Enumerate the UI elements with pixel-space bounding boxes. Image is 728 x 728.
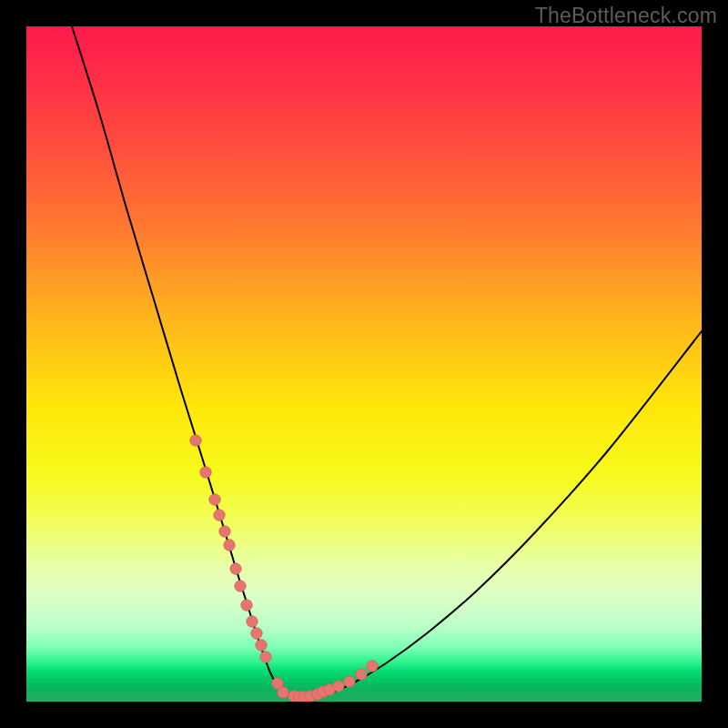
highlight-dots: [190, 435, 378, 702]
highlight-dot: [209, 494, 220, 505]
chart-stage: TheBottleneck.com: [0, 0, 728, 728]
highlight-dot: [224, 540, 235, 551]
highlight-dot: [200, 467, 211, 478]
highlight-dot: [251, 628, 262, 639]
highlight-dot: [219, 526, 230, 537]
highlight-dot: [214, 510, 225, 521]
highlight-dot: [367, 661, 378, 672]
highlight-dot: [235, 581, 246, 592]
bottleneck-curve: [72, 26, 702, 698]
watermark-text: TheBottleneck.com: [535, 4, 717, 28]
highlight-dot: [356, 669, 367, 680]
highlight-dot: [241, 600, 252, 611]
plot-area: [26, 26, 702, 702]
highlight-dot: [230, 563, 241, 574]
highlight-dot: [333, 681, 344, 692]
highlight-dot: [190, 435, 201, 446]
highlight-dot: [344, 676, 355, 687]
highlight-dot: [278, 687, 288, 698]
highlight-dot: [247, 616, 258, 627]
highlight-dot: [260, 652, 271, 662]
highlight-dot: [256, 640, 267, 651]
chart-svg: [26, 26, 702, 702]
